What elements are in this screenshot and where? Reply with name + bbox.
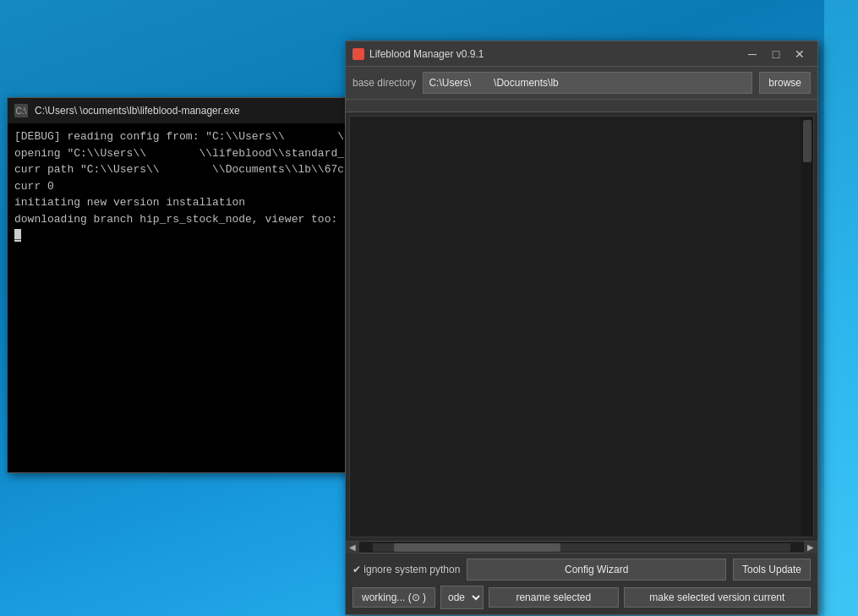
- ignore-python-checkbox-check: ✔ ignore system python: [352, 564, 460, 575]
- lb-minimize-button[interactable]: ─: [741, 46, 763, 63]
- base-dir-input[interactable]: [423, 72, 752, 94]
- hscroll-right-button[interactable]: ▶: [804, 542, 817, 553]
- lb-main-content: ◀ ▶ ✔ ignore system python Config Wizard…: [346, 112, 817, 614]
- lb-vscrollbar-thumb: [803, 120, 812, 162]
- cmd-icon: C:\: [14, 104, 28, 117]
- browse-button[interactable]: browse: [759, 72, 811, 94]
- lb-toolbar: base directory browse: [346, 67, 817, 100]
- config-wizard-button[interactable]: Config Wizard: [467, 559, 726, 581]
- lb-close-button[interactable]: ✕: [789, 46, 811, 63]
- ignore-system-python-label[interactable]: ✔ ignore system python: [352, 564, 460, 575]
- make-current-button[interactable]: make selected version current: [624, 587, 811, 608]
- base-dir-label: base directory: [352, 77, 416, 89]
- tools-update-button[interactable]: Tools Update: [733, 559, 811, 581]
- lb-titlebar: Lifeblood Manager v0.9.1 ─ □ ✕: [346, 41, 817, 67]
- lb-app-icon: [352, 48, 364, 60]
- mode-select[interactable]: ode: [440, 586, 484, 609]
- lb-maximize-button[interactable]: □: [765, 46, 787, 63]
- hscroll-thumb: [394, 543, 561, 552]
- lb-bottom-row1: ✔ ignore system python Config Wizard Too…: [352, 559, 811, 581]
- windows-logo-area: [824, 0, 858, 616]
- working-button[interactable]: working... (⊙ ): [352, 587, 435, 608]
- tab-2[interactable]: [380, 100, 407, 112]
- tab-1[interactable]: [352, 100, 380, 112]
- lb-bottom-bar: ✔ ignore system python Config Wizard Too…: [346, 553, 817, 614]
- lb-titlebar-buttons: ─ □ ✕: [741, 46, 811, 63]
- rename-selected-button[interactable]: rename selected: [489, 587, 619, 608]
- lb-hscrollbar[interactable]: ◀ ▶: [346, 541, 817, 553]
- lb-tabs-row: [346, 100, 817, 112]
- lb-window: Lifeblood Manager v0.9.1 ─ □ ✕ base dire…: [345, 41, 818, 615]
- lb-version-list: [349, 116, 814, 537]
- lb-vscrollbar[interactable]: [801, 117, 813, 537]
- tab-3[interactable]: [407, 100, 434, 112]
- hscroll-track: [373, 543, 790, 552]
- hscroll-left-button[interactable]: ◀: [346, 542, 359, 553]
- lb-title: Lifeblood Manager v0.9.1: [369, 48, 741, 60]
- lb-bottom-row2: working... (⊙ ) ode rename selected make…: [352, 586, 811, 609]
